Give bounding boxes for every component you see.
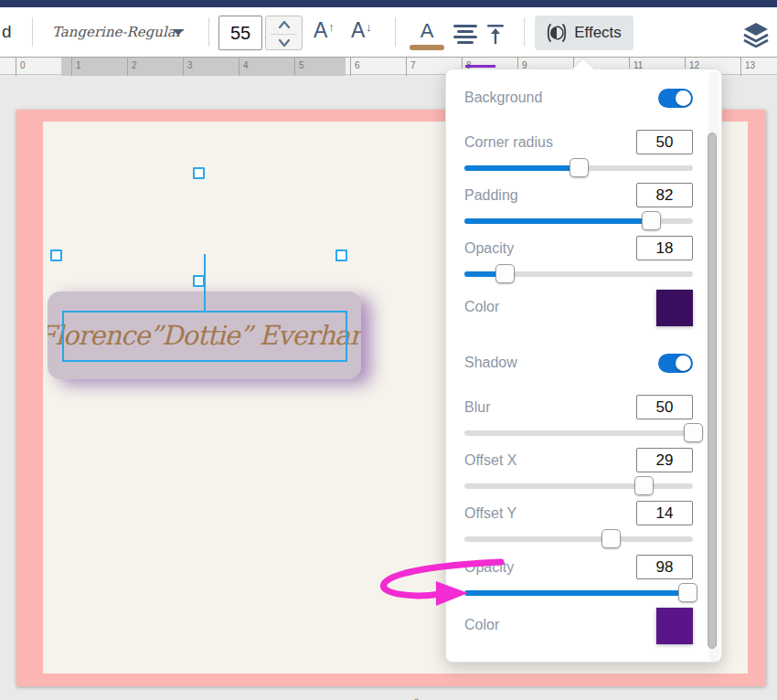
ruler-tick (294, 58, 295, 76)
effects-button[interactable]: Effects (535, 16, 633, 50)
ruler-number: 5 (299, 60, 304, 70)
text-align-button[interactable] (452, 24, 479, 44)
increase-font-size-button[interactable]: A ↑ (314, 18, 335, 43)
offset-y-8-slider[interactable] (464, 529, 693, 549)
rotation-handle[interactable] (193, 167, 205, 179)
slider-thumb[interactable] (678, 583, 697, 602)
color-4-swatch[interactable] (656, 290, 693, 326)
popup-scrollbar-thumb[interactable] (708, 133, 717, 649)
slider-track (464, 430, 693, 436)
ruler-tick (71, 58, 72, 76)
slider-fill (464, 165, 579, 171)
control-label: Offset X (464, 452, 517, 469)
text-color-underline (410, 45, 444, 50)
effects-popup: BackgroundCorner radiusPaddingOpacityCol… (445, 69, 722, 663)
opacity-3-input[interactable] (636, 236, 693, 260)
offset-x-7-input[interactable] (636, 448, 693, 472)
stepper-divider (271, 34, 297, 35)
toggle-knob (676, 90, 691, 106)
font-size-input[interactable] (218, 16, 262, 50)
color-10-swatch[interactable] (656, 608, 693, 644)
ruler-tick (127, 58, 128, 76)
toolbar-separator (524, 17, 525, 47)
ruler-tick (406, 58, 407, 76)
stepper-down-icon[interactable] (277, 36, 292, 50)
slider-thumb[interactable] (684, 423, 703, 442)
clipped-toolbar-text: d (2, 22, 12, 42)
align-center-icon (452, 24, 479, 44)
font-size-stepper[interactable] (265, 16, 303, 50)
control-label: Color (464, 617, 499, 633)
resize-handle-bottom[interactable] (193, 275, 205, 287)
opacity-3-slider[interactable] (464, 264, 693, 284)
text-color-glyph: A (410, 19, 444, 43)
text-color-button[interactable]: A (410, 19, 444, 52)
decrease-font-size-button[interactable]: A ↓ (351, 18, 372, 43)
opacity-9-input[interactable] (636, 555, 693, 579)
blur-6-input[interactable] (636, 395, 693, 419)
slider-track (464, 483, 693, 489)
blur-6-slider[interactable] (464, 423, 693, 443)
ruler-purple-marker (465, 65, 495, 68)
ruler-number: 2 (132, 60, 137, 70)
ruler-number: 7 (410, 60, 416, 70)
ruler-tick (183, 58, 184, 76)
arrow-down-icon: ↓ (366, 20, 372, 34)
ruler-number: 13 (745, 60, 755, 70)
ruler-number: 0 (20, 60, 26, 70)
vertical-align-button[interactable] (484, 24, 506, 45)
ruler-number: 1 (76, 60, 81, 70)
toolbar-separator (208, 17, 209, 47)
control-label: Background (464, 90, 542, 106)
ruler-number: 6 (355, 60, 360, 70)
toolbar-separator (32, 17, 33, 47)
slider-thumb[interactable] (569, 158, 589, 177)
effects-button-label: Effects (574, 24, 622, 42)
control-label: Opacity (464, 240, 514, 257)
offset-x-7-slider[interactable] (464, 476, 693, 496)
shadow-5-toggle[interactable] (658, 354, 693, 373)
slider-thumb[interactable] (495, 264, 515, 283)
background-0-toggle[interactable] (658, 89, 693, 108)
popup-scrollbar-track[interactable] (708, 71, 719, 662)
control-label: Shadow (464, 355, 517, 371)
corner-radius-1-slider[interactable] (464, 158, 693, 178)
layers-button[interactable] (742, 22, 770, 48)
toolbar-separator (395, 17, 396, 47)
offset-y-8-input[interactable] (636, 501, 693, 525)
ruler-number: 3 (187, 60, 193, 70)
resize-handle-right[interactable] (335, 249, 347, 261)
decrease-font-glyph: A (351, 18, 365, 43)
control-label: Padding (464, 187, 518, 204)
control-label: Color (464, 299, 499, 315)
ruler-tick (239, 58, 239, 76)
slider-thumb[interactable] (634, 476, 654, 495)
increase-font-glyph: A (314, 18, 327, 43)
selection-box[interactable] (62, 311, 347, 362)
control-label: Blur (464, 399, 490, 416)
slider-thumb[interactable] (642, 211, 661, 230)
text-toolbar: d Tangerine-Regular A ↑ A ↓ A (0, 7, 777, 57)
stepper-up-icon[interactable] (277, 18, 292, 33)
resize-handle-left[interactable] (50, 249, 62, 261)
font-family-value: Tangerine-Regular (52, 24, 182, 40)
effects-icon (547, 24, 567, 42)
padding-2-slider[interactable] (464, 211, 693, 231)
corner-radius-1-input[interactable] (636, 130, 693, 154)
ruler-tick (350, 58, 351, 76)
slider-fill (464, 218, 651, 224)
control-label: Opacity (464, 559, 514, 576)
arrow-up-icon: ↑ (328, 20, 335, 34)
align-top-icon (484, 24, 506, 45)
toggle-knob (676, 355, 691, 371)
slider-track (464, 536, 693, 542)
control-label: Offset Y (464, 505, 516, 522)
ruler-number: 4 (243, 60, 249, 70)
layers-icon (742, 22, 770, 48)
chevron-down-icon (173, 29, 184, 36)
slider-fill (464, 590, 687, 596)
opacity-9-slider[interactable] (464, 583, 693, 603)
font-family-select[interactable]: Tangerine-Regular (41, 13, 197, 51)
padding-2-input[interactable] (636, 183, 693, 207)
slider-thumb[interactable] (601, 529, 621, 548)
